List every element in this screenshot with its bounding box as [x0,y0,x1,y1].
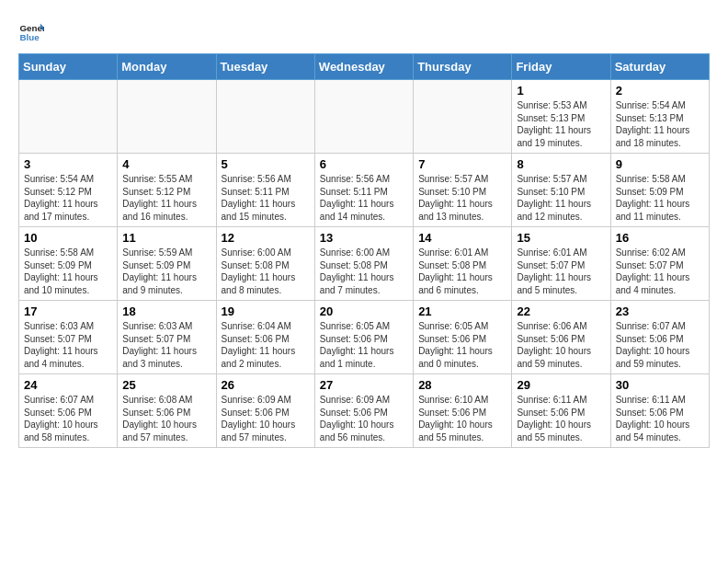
day-info: Sunrise: 6:00 AM Sunset: 5:08 PM Dayligh… [320,247,408,296]
calendar-cell: 16Sunrise: 6:02 AM Sunset: 5:07 PM Dayli… [610,227,709,301]
day-info: Sunrise: 5:56 AM Sunset: 5:11 PM Dayligh… [320,173,408,223]
day-number: 15 [517,231,605,245]
calendar-cell: 7Sunrise: 5:57 AM Sunset: 5:10 PM Daylig… [414,154,512,227]
calendar-cell: 6Sunrise: 5:56 AM Sunset: 5:11 PM Daylig… [314,154,413,227]
day-info: Sunrise: 6:01 AM Sunset: 5:07 PM Dayligh… [517,247,605,296]
day-info: Sunrise: 6:05 AM Sunset: 5:06 PM Dayligh… [418,320,506,370]
calendar-cell: 21Sunrise: 6:05 AM Sunset: 5:06 PM Dayli… [414,301,512,374]
calendar-cell: 28Sunrise: 6:10 AM Sunset: 5:06 PM Dayli… [414,374,512,448]
day-number: 21 [418,304,506,318]
calendar-cell: 10Sunrise: 5:58 AM Sunset: 5:09 PM Dayli… [19,227,118,301]
day-header-friday: Friday [512,54,610,80]
day-number: 12 [222,231,310,245]
day-info: Sunrise: 6:03 AM Sunset: 5:07 PM Dayligh… [122,320,210,370]
day-info: Sunrise: 6:04 AM Sunset: 5:06 PM Dayligh… [222,320,310,370]
calendar-cell: 9Sunrise: 5:58 AM Sunset: 5:09 PM Daylig… [610,154,709,227]
day-number: 3 [24,157,112,171]
day-info: Sunrise: 5:54 AM Sunset: 5:12 PM Dayligh… [24,173,112,223]
calendar-cell: 14Sunrise: 6:01 AM Sunset: 5:08 PM Dayli… [414,227,512,301]
day-number: 10 [24,231,112,245]
day-header-thursday: Thursday [414,54,512,80]
day-header-monday: Monday [118,54,216,80]
day-number: 7 [418,157,506,171]
calendar-cell: 2Sunrise: 5:54 AM Sunset: 5:13 PM Daylig… [610,80,709,154]
day-info: Sunrise: 5:54 AM Sunset: 5:13 PM Dayligh… [616,99,704,149]
day-info: Sunrise: 5:55 AM Sunset: 5:12 PM Dayligh… [122,173,210,223]
day-number: 28 [418,378,506,392]
day-number: 19 [222,304,310,318]
day-number: 27 [320,378,408,392]
day-info: Sunrise: 6:09 AM Sunset: 5:06 PM Dayligh… [222,394,310,443]
day-info: Sunrise: 6:08 AM Sunset: 5:06 PM Dayligh… [122,394,210,443]
day-info: Sunrise: 5:59 AM Sunset: 5:09 PM Dayligh… [122,247,210,296]
calendar-cell: 30Sunrise: 6:11 AM Sunset: 5:06 PM Dayli… [610,374,709,448]
calendar-cell [118,80,216,154]
calendar-cell: 18Sunrise: 6:03 AM Sunset: 5:07 PM Dayli… [118,301,216,374]
day-number: 14 [418,231,506,245]
calendar-cell: 8Sunrise: 5:57 AM Sunset: 5:10 PM Daylig… [512,154,610,227]
calendar-cell: 25Sunrise: 6:08 AM Sunset: 5:06 PM Dayli… [118,374,216,448]
day-info: Sunrise: 6:06 AM Sunset: 5:06 PM Dayligh… [517,320,605,370]
calendar-week-row: 17Sunrise: 6:03 AM Sunset: 5:07 PM Dayli… [19,301,710,374]
day-info: Sunrise: 6:01 AM Sunset: 5:08 PM Dayligh… [418,247,506,296]
calendar-cell: 11Sunrise: 5:59 AM Sunset: 5:09 PM Dayli… [118,227,216,301]
day-number: 22 [517,304,605,318]
day-info: Sunrise: 6:11 AM Sunset: 5:06 PM Dayligh… [517,394,605,443]
calendar-week-row: 3Sunrise: 5:54 AM Sunset: 5:12 PM Daylig… [19,154,710,227]
day-info: Sunrise: 6:07 AM Sunset: 5:06 PM Dayligh… [616,320,704,370]
calendar-week-row: 1Sunrise: 5:53 AM Sunset: 5:13 PM Daylig… [19,80,710,154]
day-header-saturday: Saturday [610,54,709,80]
calendar-cell: 23Sunrise: 6:07 AM Sunset: 5:06 PM Dayli… [610,301,709,374]
day-number: 20 [320,304,408,318]
day-number: 8 [517,157,605,171]
calendar-cell: 3Sunrise: 5:54 AM Sunset: 5:12 PM Daylig… [19,154,118,227]
calendar-cell: 24Sunrise: 6:07 AM Sunset: 5:06 PM Dayli… [19,374,118,448]
calendar-cell: 1Sunrise: 5:53 AM Sunset: 5:13 PM Daylig… [512,80,610,154]
day-info: Sunrise: 5:57 AM Sunset: 5:10 PM Dayligh… [418,173,506,223]
page-header: General Blue [18,18,710,44]
day-number: 1 [517,84,605,98]
calendar-cell [216,80,314,154]
logo-icon: General Blue [18,18,44,44]
calendar-cell: 22Sunrise: 6:06 AM Sunset: 5:06 PM Dayli… [512,301,610,374]
day-number: 16 [616,231,704,245]
calendar-cell: 17Sunrise: 6:03 AM Sunset: 5:07 PM Dayli… [19,301,118,374]
day-number: 29 [517,378,605,392]
day-number: 11 [122,231,210,245]
svg-text:Blue: Blue [19,32,40,42]
day-info: Sunrise: 5:58 AM Sunset: 5:09 PM Dayligh… [616,173,704,223]
day-header-sunday: Sunday [19,54,118,80]
day-info: Sunrise: 6:10 AM Sunset: 5:06 PM Dayligh… [418,394,506,443]
calendar-cell [414,80,512,154]
day-number: 30 [616,378,704,392]
day-info: Sunrise: 5:57 AM Sunset: 5:10 PM Dayligh… [517,173,605,223]
day-number: 18 [122,304,210,318]
calendar-cell: 15Sunrise: 6:01 AM Sunset: 5:07 PM Dayli… [512,227,610,301]
day-number: 17 [24,304,112,318]
day-header-wednesday: Wednesday [314,54,413,80]
calendar-week-row: 24Sunrise: 6:07 AM Sunset: 5:06 PM Dayli… [19,374,710,448]
day-info: Sunrise: 5:53 AM Sunset: 5:13 PM Dayligh… [517,99,605,149]
day-number: 2 [616,84,704,98]
day-number: 26 [222,378,310,392]
day-number: 9 [616,157,704,171]
day-number: 24 [24,378,112,392]
day-info: Sunrise: 6:11 AM Sunset: 5:06 PM Dayligh… [616,394,704,443]
calendar-cell: 26Sunrise: 6:09 AM Sunset: 5:06 PM Dayli… [216,374,314,448]
day-info: Sunrise: 5:56 AM Sunset: 5:11 PM Dayligh… [222,173,310,223]
calendar-cell [314,80,413,154]
calendar-cell: 5Sunrise: 5:56 AM Sunset: 5:11 PM Daylig… [216,154,314,227]
calendar-table: SundayMondayTuesdayWednesdayThursdayFrid… [18,53,710,448]
day-info: Sunrise: 6:07 AM Sunset: 5:06 PM Dayligh… [24,394,112,443]
calendar-cell: 19Sunrise: 6:04 AM Sunset: 5:06 PM Dayli… [216,301,314,374]
day-info: Sunrise: 6:05 AM Sunset: 5:06 PM Dayligh… [320,320,408,370]
day-number: 6 [320,157,408,171]
day-info: Sunrise: 6:09 AM Sunset: 5:06 PM Dayligh… [320,394,408,443]
calendar-cell: 27Sunrise: 6:09 AM Sunset: 5:06 PM Dayli… [314,374,413,448]
day-number: 5 [222,157,310,171]
day-info: Sunrise: 6:00 AM Sunset: 5:08 PM Dayligh… [222,247,310,296]
calendar-cell: 20Sunrise: 6:05 AM Sunset: 5:06 PM Dayli… [314,301,413,374]
day-info: Sunrise: 6:02 AM Sunset: 5:07 PM Dayligh… [616,247,704,296]
day-info: Sunrise: 6:03 AM Sunset: 5:07 PM Dayligh… [24,320,112,370]
calendar-cell: 4Sunrise: 5:55 AM Sunset: 5:12 PM Daylig… [118,154,216,227]
